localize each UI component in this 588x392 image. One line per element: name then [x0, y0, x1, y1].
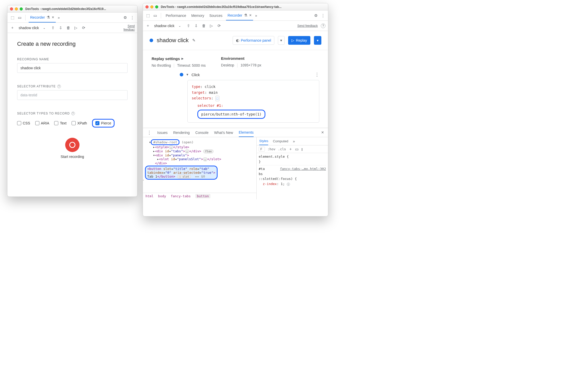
export-icon[interactable]: ⇧ — [186, 24, 191, 28]
close-icon[interactable] — [145, 5, 149, 8]
styles-filter-input[interactable]: F — [259, 147, 265, 152]
kebab-menu-icon[interactable]: ⋮ — [320, 13, 325, 18]
add-recording-icon[interactable]: ＋ — [10, 26, 15, 30]
import-icon[interactable]: ⇩ — [58, 26, 63, 30]
flex-badge[interactable]: flex — [203, 149, 214, 153]
inspect-icon[interactable]: ⬚ — [10, 15, 15, 20]
close-tab-icon[interactable]: × — [249, 13, 252, 18]
help-icon[interactable]: ? — [321, 24, 325, 28]
replay-button[interactable]: ▷ Replay — [288, 36, 310, 45]
drawer-tab-issues[interactable]: Issues — [157, 131, 167, 135]
kebab-menu-icon[interactable]: ⋮ — [130, 15, 135, 20]
cls-toggle[interactable]: .cls — [278, 147, 286, 151]
drawer-tab-whatsnew[interactable]: What's New — [214, 131, 233, 135]
info-icon[interactable]: i — [287, 183, 290, 186]
help-icon[interactable]: ? — [57, 85, 61, 88]
styles-rules[interactable]: element.style { } #ta bs fancy-tabs-…mo.… — [257, 153, 328, 199]
delete-icon[interactable]: 🗑 — [201, 24, 206, 28]
play-step-icon[interactable]: ▷ — [209, 24, 214, 28]
rule-slotted[interactable]: #ta bs fancy-tabs-…mo.html:302 ::slotted… — [259, 165, 326, 186]
tab-recorder[interactable]: Recorder ⚗ × — [29, 13, 56, 22]
drawer-close-icon[interactable]: × — [321, 130, 324, 135]
settings-gear-icon[interactable]: ⚙ — [313, 13, 318, 18]
rule-source-link[interactable]: fancy-tabs-…mo.html:302 — [280, 166, 326, 171]
create-recording-panel: Create a new recording RECORDING NAME sh… — [7, 33, 137, 166]
selector-attribute-input[interactable]: data-testid — [17, 90, 128, 100]
send-feedback-link[interactable]: Send feedback — [297, 24, 318, 28]
drawer-tab-rendering[interactable]: Rendering — [173, 131, 190, 135]
traffic-lights[interactable] — [145, 5, 158, 8]
help-icon[interactable]: ? — [71, 112, 75, 115]
tab-recorder[interactable]: Recorder ⚗ × — [226, 10, 253, 20]
export-icon[interactable]: ⇧ — [51, 26, 55, 30]
new-rule-icon[interactable]: ＋ — [289, 147, 292, 152]
device-toggle-icon[interactable]: ▭ — [17, 15, 22, 20]
device-toggle-icon[interactable]: ▭ — [153, 13, 158, 18]
collapse-icon[interactable]: ▼ — [186, 73, 189, 76]
bc-body[interactable]: body — [158, 194, 166, 198]
send-feedback-link[interactable]: Send feedback — [123, 24, 135, 31]
step-title: Click — [191, 73, 200, 77]
tab-sources[interactable]: Sources — [208, 10, 224, 20]
step-menu-icon[interactable]: ⋮ — [315, 72, 319, 77]
bc-html[interactable]: html — [145, 194, 153, 198]
settings-gear-icon[interactable]: ⚙ — [122, 15, 128, 20]
close-tab-icon[interactable]: × — [52, 15, 54, 20]
checkbox-xpath[interactable]: XPath — [72, 121, 87, 125]
step-header[interactable]: ▼ Click ⋮ — [180, 72, 319, 77]
play-step-icon[interactable]: ▷ — [74, 26, 78, 30]
drawer-tab-console[interactable]: Console — [195, 131, 208, 135]
toggle-sidebar-icon[interactable]: ⫿ — [301, 147, 303, 151]
inspect-selector-icon[interactable]: ⬚ — [216, 96, 219, 101]
start-recording-button[interactable]: Start recording — [17, 138, 128, 159]
group-recording-name: RECORDING NAME shadow click — [17, 57, 128, 73]
hov-toggle[interactable]: :hov — [267, 147, 275, 151]
minimize-icon[interactable] — [150, 5, 153, 8]
checkbox-text[interactable]: Text — [54, 121, 66, 125]
drawer-tab-elements[interactable]: Elements — [239, 128, 254, 137]
performance-panel-dropdown[interactable]: ▾ — [278, 36, 285, 45]
styles-tab-styles[interactable]: Styles — [259, 137, 268, 145]
computed-styles-icon[interactable]: ▭ — [295, 147, 299, 152]
checkbox-css[interactable]: CSS — [17, 121, 30, 125]
delete-icon[interactable]: 🗑 — [66, 26, 71, 30]
checkbox-pierce[interactable]: ✓Pierce — [95, 121, 111, 125]
edit-name-icon[interactable]: ✎ — [192, 38, 196, 43]
replay-settings-heading[interactable]: Replay settings▸ — [152, 56, 206, 61]
bc-button[interactable]: button — [195, 194, 210, 198]
slow-replay-icon[interactable]: ⟳ — [81, 26, 86, 30]
slow-replay-icon[interactable]: ⟳ — [217, 24, 221, 28]
inspect-icon[interactable]: ⬚ — [145, 13, 151, 18]
more-tabs-icon[interactable]: » — [293, 139, 295, 143]
environment-heading: Environment — [221, 56, 262, 61]
recording-dropdown-icon[interactable]: ⌄ — [178, 24, 181, 28]
zoom-icon[interactable] — [155, 5, 158, 8]
add-recording-icon[interactable]: ＋ — [145, 24, 150, 28]
recording-name-input[interactable]: shadow click — [17, 63, 128, 73]
overflow-icon[interactable]: ⋯ — [143, 178, 144, 182]
drawer-menu-icon[interactable]: ⋮ — [147, 130, 152, 135]
zoom-icon[interactable] — [20, 7, 23, 10]
close-icon[interactable] — [10, 7, 13, 10]
minimize-icon[interactable] — [15, 7, 18, 10]
slot-badge[interactable]: ⬚ slot — [177, 175, 191, 179]
performance-panel-button[interactable]: ◐ Performance panel — [233, 36, 274, 45]
checkbox-aria[interactable]: ARIA — [35, 121, 49, 125]
recording-dropdown-icon[interactable]: ⌄ — [43, 26, 46, 30]
dom-tree[interactable]: ▾#shadow-root (open) ▸<style>…</style> ▸… — [143, 137, 256, 199]
more-tabs-icon[interactable]: » — [255, 14, 257, 18]
import-icon[interactable]: ⇩ — [194, 24, 198, 28]
record-icon[interactable] — [65, 138, 80, 152]
recording-name-display: shadow click — [153, 24, 175, 28]
recorder-toolbar: ＋ shadow click ⌄ ⇧ ⇩ 🗑 ▷ ⟳ Send feedback… — [143, 21, 328, 31]
traffic-lights[interactable] — [10, 7, 23, 10]
tab-memory[interactable]: Memory — [190, 10, 206, 20]
tab-performance[interactable]: Performance — [164, 10, 188, 20]
rule-element-style[interactable]: element.style { — [259, 154, 326, 159]
replay-dropdown[interactable]: ▾ — [314, 36, 321, 45]
devtools-window-right: DevTools - rawgit.com/ebidel/2d2bb0cdec3… — [143, 3, 328, 216]
more-tabs-icon[interactable]: » — [58, 16, 60, 20]
dom-breadcrumb[interactable]: html body fancy-tabs button — [143, 193, 256, 199]
styles-tab-computed[interactable]: Computed — [273, 139, 288, 143]
bc-fancy-tabs[interactable]: fancy-tabs — [171, 194, 191, 198]
